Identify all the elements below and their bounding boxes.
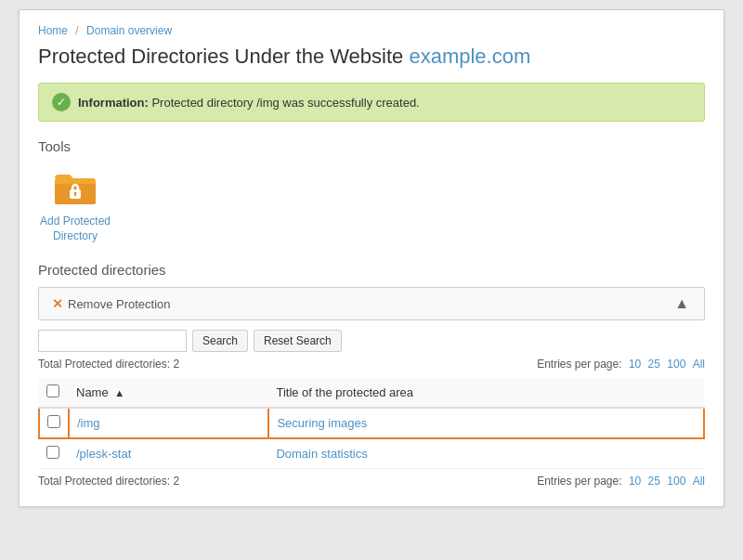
add-protected-directory-label: Add Protected Directory [38, 215, 112, 243]
footer-entries-100[interactable]: 100 [667, 475, 685, 488]
entries-10[interactable]: 10 [629, 358, 641, 371]
row-checkbox-0[interactable] [47, 415, 60, 428]
select-all-checkbox[interactable] [46, 384, 59, 397]
row-checkbox-1[interactable] [46, 446, 59, 459]
protected-directories-section: Protected directories ✕ Remove Protectio… [38, 262, 705, 488]
name-col-header: Name ▲ [69, 378, 268, 408]
meta-row: Total Protected directories: 2 Entries p… [38, 358, 705, 371]
collapse-button[interactable]: ▲ [669, 293, 695, 314]
total-count: Total Protected directories: 2 [38, 358, 179, 371]
footer-total: Total Protected directories: 2 [38, 475, 179, 488]
footer-meta: Total Protected directories: 2 Entries p… [38, 475, 705, 488]
table-header-row: Name ▲ Title of the protected area [39, 378, 704, 408]
tools-section: Tools A [38, 138, 705, 243]
add-protected-directory-tool[interactable]: Add Protected Directory [38, 165, 112, 243]
page-container: Home / Domain overview Protected Directo… [19, 9, 724, 507]
breadcrumb-home[interactable]: Home [38, 24, 68, 37]
info-bold: Information: [78, 96, 149, 110]
remove-protection-button[interactable]: ✕ Remove Protection [48, 294, 175, 313]
dir-title-link[interactable]: Domain statistics [276, 447, 367, 461]
footer-entries-25[interactable]: 25 [648, 475, 660, 488]
page-title: Protected Directories Under the Website … [38, 45, 705, 69]
directories-table: Name ▲ Title of the protected area /imgS… [38, 378, 705, 469]
info-message: Protected directory /img was successfull… [151, 96, 419, 110]
info-banner: ✓ Information: Protected directory /img … [38, 83, 705, 122]
title-col-header: Title of the protected area [268, 378, 704, 408]
footer-entries-all[interactable]: All [693, 475, 705, 488]
footer-entries-per-page: Entries per page: 10 25 100 All [537, 475, 705, 488]
sort-arrow-icon: ▲ [114, 387, 124, 398]
dir-name-link[interactable]: /img [77, 416, 100, 430]
dir-name-link[interactable]: /plesk-stat [76, 447, 131, 461]
svg-rect-4 [74, 193, 76, 196]
add-folder-icon [53, 165, 98, 210]
check-icon: ✓ [52, 93, 71, 111]
protected-section-title: Protected directories [38, 262, 705, 278]
footer-entries-10[interactable]: 10 [629, 475, 641, 488]
reset-search-button[interactable]: Reset Search [254, 330, 342, 352]
breadcrumb-domain[interactable]: Domain overview [86, 24, 172, 37]
entries-all[interactable]: All [693, 358, 705, 371]
breadcrumb-separator: / [75, 24, 78, 37]
table-row: /plesk-statDomain statistics [39, 438, 704, 469]
toolbar: ✕ Remove Protection ▲ [38, 287, 705, 320]
table-row: /imgSecuring images [39, 408, 704, 438]
search-button[interactable]: Search [192, 330, 248, 352]
toolbar-left: ✕ Remove Protection [48, 294, 175, 313]
entries-per-page: Entries per page: 10 25 100 All [537, 358, 705, 371]
tools-title: Tools [38, 138, 705, 154]
select-all-col [39, 378, 69, 408]
breadcrumb: Home / Domain overview [38, 24, 705, 37]
x-icon: ✕ [52, 296, 63, 311]
dir-title-link[interactable]: Securing images [277, 416, 367, 430]
search-left: Search Reset Search [38, 330, 342, 352]
search-row: Search Reset Search [38, 330, 705, 352]
domain-name: example.com [409, 45, 530, 68]
entries-25[interactable]: 25 [648, 358, 660, 371]
entries-100[interactable]: 100 [667, 358, 685, 371]
search-input[interactable] [38, 330, 187, 352]
